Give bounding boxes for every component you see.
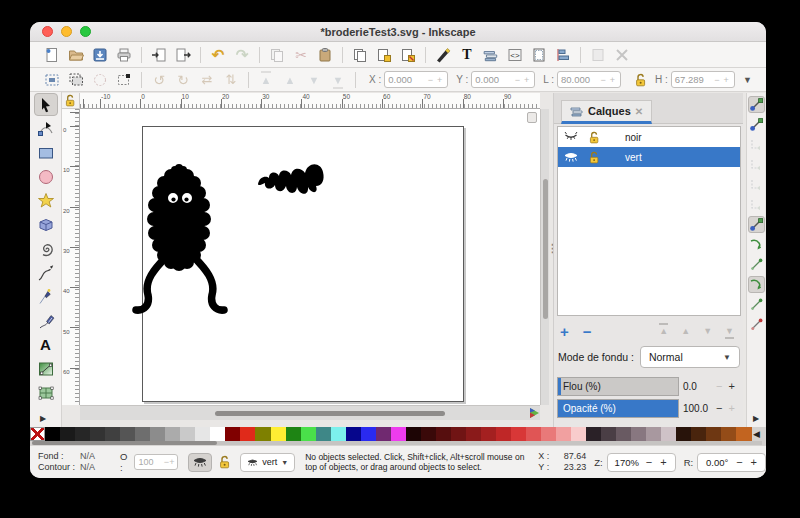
lower-icon[interactable]: ▼	[302, 70, 326, 90]
snap-edge-midpoints-icon[interactable]	[748, 176, 765, 193]
palette-swatch[interactable]	[556, 427, 571, 441]
rotate-ccw-icon[interactable]: ↺	[147, 70, 171, 90]
lower-to-bottom-icon[interactable]: ▼	[326, 70, 350, 90]
blur-increment-button[interactable]: +	[725, 380, 737, 392]
bezier-pen-tool[interactable]	[34, 285, 58, 308]
palette-swatch[interactable]	[661, 427, 676, 441]
undo-icon[interactable]: ↶	[206, 45, 230, 65]
palette-swatch[interactable]	[466, 427, 481, 441]
calligraphy-tool[interactable]	[34, 309, 58, 332]
flip-horizontal-icon[interactable]: ⇄	[195, 70, 219, 90]
blend-mode-select[interactable]: Normal ▼	[640, 346, 740, 368]
box3d-tool[interactable]	[34, 213, 58, 236]
ruler-corner[interactable]	[62, 93, 80, 109]
layer-lock-button[interactable]	[218, 455, 232, 469]
rotate-cw-icon[interactable]: ↻	[171, 70, 195, 90]
palette-swatch[interactable]	[601, 427, 616, 441]
paste-icon[interactable]	[313, 45, 337, 65]
add-layer-button[interactable]: +	[560, 323, 569, 340]
export-icon[interactable]	[171, 45, 195, 65]
palette-swatch[interactable]	[481, 427, 496, 441]
palette-swatch[interactable]	[120, 427, 135, 441]
rotation-field[interactable]: 0.00° − +	[697, 453, 766, 472]
palette-swatch[interactable]	[180, 427, 195, 441]
sticky-zoom-icon[interactable]	[527, 112, 537, 123]
snap-midpoints-icon[interactable]	[748, 316, 765, 333]
palette-swatch[interactable]	[240, 427, 255, 441]
snap-cusp-nodes-icon[interactable]	[748, 276, 765, 293]
rotation-increment-button[interactable]: +	[747, 456, 761, 468]
opacity-decrement-button[interactable]: −	[713, 402, 725, 414]
palette-swatch[interactable]	[331, 427, 346, 441]
palette-swatch[interactable]	[631, 427, 646, 441]
object-opacity-input[interactable]: 100 − +	[134, 454, 178, 470]
palette-swatch[interactable]	[541, 427, 556, 441]
palette-swatch[interactable]	[135, 427, 150, 441]
rectangle-tool[interactable]	[34, 141, 58, 164]
copy-icon[interactable]	[265, 45, 289, 65]
layers-dialog-icon[interactable]	[479, 45, 503, 65]
palette-swatch[interactable]	[301, 427, 316, 441]
horizontal-scrollbar[interactable]	[80, 405, 528, 420]
current-layer-select[interactable]: vert ▼	[240, 453, 295, 472]
palette-swatch[interactable]	[496, 427, 511, 441]
fill-stroke-dialog-icon[interactable]	[431, 45, 455, 65]
vertical-ruler[interactable]: 0102030405060	[62, 109, 80, 405]
remove-layer-button[interactable]: −	[583, 323, 592, 340]
layer-to-bottom-button[interactable]: ▼	[725, 326, 734, 336]
text-tool[interactable]: A	[34, 333, 58, 356]
snap-bbox-icon[interactable]	[748, 116, 765, 133]
layer-row-vert[interactable]: vert	[558, 147, 740, 167]
node-editor-tool[interactable]	[34, 117, 58, 140]
redo-icon[interactable]: ↷	[230, 45, 254, 65]
selection-bbox-icon[interactable]	[112, 70, 136, 90]
palette-swatch[interactable]	[721, 427, 736, 441]
clone-icon[interactable]	[372, 45, 396, 65]
new-document-icon[interactable]	[40, 45, 64, 65]
cut-icon[interactable]: ✂	[289, 45, 313, 65]
duplicate-icon[interactable]	[348, 45, 372, 65]
y-input[interactable]: 0.000 − +	[471, 71, 535, 88]
cms-toggle[interactable]	[528, 405, 540, 420]
toolbar-overflow-caret-icon[interactable]: ▼	[743, 75, 752, 85]
blur-slider[interactable]: Flou (%)	[557, 377, 679, 396]
palette-swatch[interactable]	[526, 427, 541, 441]
canvas[interactable]	[80, 109, 540, 405]
select-all-layers-icon[interactable]	[64, 70, 88, 90]
palette-swatch[interactable]	[316, 427, 331, 441]
snap-paths-icon[interactable]	[748, 236, 765, 253]
width-decrement-button[interactable]: −	[599, 75, 608, 85]
save-document-icon[interactable]	[88, 45, 112, 65]
fill-stroke-indicator[interactable]: Fond :N/A Contour :N/A	[38, 451, 114, 473]
zoom-field[interactable]: 170% − +	[607, 453, 676, 472]
teeth-shape[interactable]	[258, 164, 324, 194]
palette-swatch[interactable]	[571, 427, 586, 441]
visibility-hidden-icon[interactable]	[564, 131, 578, 143]
palette-swatch[interactable]	[75, 427, 90, 441]
layer-to-top-button[interactable]: ▲	[659, 326, 668, 336]
raise-to-top-icon[interactable]: ▲	[254, 70, 278, 90]
palette-swatch[interactable]	[361, 427, 376, 441]
palette-swatch[interactable]	[586, 427, 601, 441]
gradient-tool[interactable]	[34, 357, 58, 380]
blur-decrement-button[interactable]: −	[713, 380, 725, 392]
palette-swatch[interactable]	[451, 427, 466, 441]
palette-swatch[interactable]	[255, 427, 270, 441]
monster-shape[interactable]	[136, 164, 224, 310]
palette-swatch[interactable]	[165, 427, 180, 441]
zoom-decrement-button[interactable]: −	[642, 456, 656, 468]
height-input[interactable]: 67.289 − +	[671, 71, 735, 88]
horizontal-scrollbar-thumb[interactable]	[215, 411, 445, 416]
open-document-icon[interactable]	[64, 45, 88, 65]
height-decrement-button[interactable]: −	[712, 75, 721, 85]
layer-visibility-button[interactable]	[188, 453, 212, 472]
lock-open-icon[interactable]	[588, 151, 601, 164]
x-decrement-button[interactable]: −	[426, 75, 435, 85]
palette-swatch[interactable]	[225, 427, 240, 441]
palette-swatch[interactable]	[271, 427, 286, 441]
y-decrement-button[interactable]: −	[513, 75, 522, 85]
snap-nodes-icon[interactable]	[748, 216, 765, 233]
deselect-icon[interactable]	[88, 70, 112, 90]
flip-vertical-icon[interactable]: ⇅	[219, 70, 243, 90]
height-increment-button[interactable]: +	[722, 75, 731, 85]
